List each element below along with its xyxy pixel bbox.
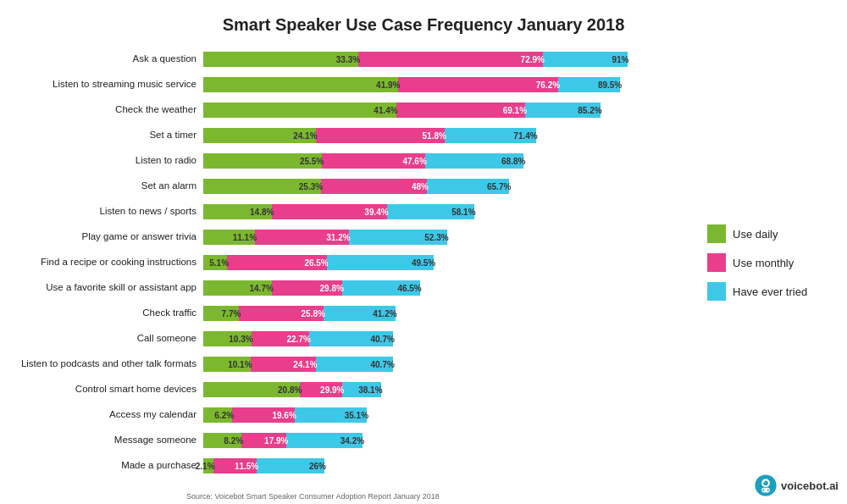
bar-label-pink: 69.1% [503,106,527,115]
bar-label-green: 41.4% [374,106,397,115]
bar-row: 35.1%19.6%6.2% [203,403,699,427]
legend-label: Have ever tried [733,285,807,298]
bar-group: 49.5%26.5%5.1% [203,255,699,270]
bars-column: 91%72.9%33.3%89.5%76.2%41.9%85.2%69.1%41… [203,47,699,479]
bar-group: 71.4%51.8%24.1% [203,128,699,143]
row-label: Message someone [17,435,203,446]
bar-use-daily: 14.8% [203,204,272,219]
bar-label-cyan: 91% [612,55,628,64]
bar-label-green: 2.1% [196,462,215,471]
chart-body: Ask a questionListen to streaming music … [17,47,830,479]
bar-label-green: 8.2% [224,436,243,446]
logo-text: voicebot.ai [781,479,839,492]
legend-color-box [707,253,726,272]
row-label: Listen to podcasts and other talk format… [17,358,203,370]
row-label: Made a purchase [17,460,203,472]
legend-item: Have ever tried [707,282,830,301]
bar-row: 89.5%76.2%41.9% [203,73,699,97]
bar-group: 41.2%25.8%7.7% [203,306,699,321]
row-label: Access my calendar [17,409,203,421]
bar-group: 38.1%29.9%20.8% [203,382,699,397]
bar-use-daily: 11.1% [203,230,255,245]
bar-label-green: 14.7% [249,284,273,293]
bar-label-pink: 22.7% [286,335,310,344]
bar-label-cyan: 52.3% [424,233,448,242]
bar-use-daily: 41.9% [203,77,398,92]
bar-label-cyan: 89.5% [598,80,622,90]
source-text: Source: Voicebot Smart Speaker Consumer … [186,492,440,501]
bar-row: 68.8%47.6%25.5% [203,149,699,173]
bar-row: 40.7%24.1%10.1% [203,352,699,376]
legend-label: Use monthly [733,257,794,269]
bar-label-cyan: 65.7% [487,182,511,191]
bar-group: 26%11.5%2.1% [203,458,699,474]
bar-group: 68.8%47.6%25.5% [203,153,699,169]
svg-point-6 [767,490,769,491]
row-label: Listen to streaming music service [17,79,203,91]
logo-area: voicebot.ai [754,474,839,497]
voicebot-logo-icon [754,474,778,497]
bar-row: 26%11.5%2.1% [203,454,699,478]
row-label: Play game or answer trivia [17,231,203,243]
bar-label-pink: 24.1% [293,360,317,369]
bar-label-cyan: 35.1% [345,411,368,420]
bar-label-pink: 51.8% [423,131,446,141]
bar-group: 35.1%19.6%6.2% [203,407,699,423]
bar-label-cyan: 46.5% [397,284,421,293]
bar-group: 85.2%69.1%41.4% [203,102,699,118]
bar-row: 40.7%22.7%10.3% [203,327,699,351]
bar-label-pink: 72.9% [521,55,545,64]
bar-label-cyan: 40.7% [370,335,394,344]
row-label: Listen to news / sports [17,206,203,218]
bar-label-cyan: 71.4% [513,131,537,141]
bar-use-daily: 8.2% [203,433,241,448]
chart-container: Smart Speaker Use Case Frequency January… [0,0,847,504]
bar-label-pink: 25.8% [302,309,325,318]
bar-label-green: 20.8% [278,385,302,395]
bar-use-daily: 33.3% [203,52,358,67]
bar-use-daily: 7.7% [203,306,239,321]
bar-label-cyan: 26% [309,462,326,471]
bar-label-cyan: 38.1% [358,385,382,395]
svg-point-5 [762,490,764,491]
bar-label-pink: 29.8% [320,284,344,293]
bar-group: 52.3%31.2%11.1% [203,230,699,245]
bar-group: 46.5%29.8%14.7% [203,280,699,296]
bar-row: 34.2%17.9%8.2% [203,429,699,452]
bar-label-green: 10.3% [229,335,252,344]
bar-label-green: 33.3% [336,55,360,64]
legend-item: Use monthly [707,253,830,272]
bar-label-pink: 29.9% [320,385,344,395]
bar-label-cyan: 85.2% [578,106,601,115]
row-label: Check traffic [17,307,203,319]
bar-label-green: 10.1% [228,360,252,369]
bar-label-pink: 26.5% [304,258,328,268]
bar-row: 58.1%39.4%14.8% [203,200,699,224]
bar-label-green: 25.5% [300,157,324,166]
bar-row: 49.5%26.5%5.1% [203,251,699,274]
bar-label-cyan: 41.2% [373,309,396,318]
row-label: Set a timer [17,130,203,141]
row-label: Check the weather [17,104,203,116]
bar-row: 85.2%69.1%41.4% [203,98,699,122]
bar-label-pink: 19.6% [272,411,296,420]
legend-color-box [707,224,726,243]
legend-column: Use dailyUse monthlyHave ever tried [699,47,830,479]
bar-group: 34.2%17.9%8.2% [203,433,699,448]
bar-row: 38.1%29.9%20.8% [203,378,699,402]
legend-item: Use daily [707,224,830,243]
bar-label-cyan: 68.8% [501,157,525,166]
bar-use-daily: 25.3% [203,179,321,194]
bar-label-green: 11.1% [233,233,257,242]
bar-label-green: 5.1% [209,258,229,268]
bar-use-daily: 14.7% [203,280,272,296]
chart-title: Smart Speaker Use Case Frequency January… [17,15,830,35]
bar-label-cyan: 34.2% [340,436,364,446]
bar-label-green: 6.2% [214,411,234,420]
bar-group: 40.7%22.7%10.3% [203,331,699,346]
bar-label-pink: 39.4% [364,208,388,217]
bar-label-green: 7.7% [222,309,241,318]
bar-label-pink: 47.6% [402,157,426,166]
bar-label-pink: 76.2% [536,80,560,90]
bar-label-cyan: 58.1% [451,208,475,217]
